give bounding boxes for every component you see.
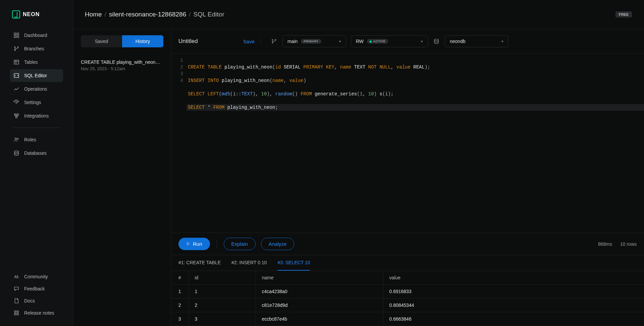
query-title[interactable]: Untitled [178,38,198,45]
tab-saved[interactable]: Saved [81,35,122,47]
cell-index: 2 [171,298,189,312]
result-tabs: #1: CREATE TABLE #2: INSERT 0 10 #3: SEL… [171,255,644,271]
table-header-row: # id name value [171,271,644,285]
dashboard-icon [13,32,19,38]
databases-icon [13,150,19,156]
database-select[interactable]: neondb ▾ [445,35,508,47]
svg-rect-0 [14,33,16,35]
breadcrumb-sep: / [105,11,106,18]
tab-history[interactable]: History [122,35,163,47]
community-icon [13,274,19,280]
query-list-pane: Saved History CREATE TABLE playing_with_… [73,29,171,326]
breadcrumb: Home / silent-resonance-12868286 / SQL E… [85,11,224,18]
chevron-down-icon: ▾ [421,39,423,44]
play-icon [186,241,190,247]
query-time: 868ms [598,241,612,247]
divider [217,240,217,248]
save-button[interactable]: Save [243,39,255,44]
svg-point-17 [15,138,17,140]
table-row[interactable]: 3 3 eccbc87e4b 0.6663846 [171,312,644,326]
table-row[interactable]: 2 2 c81e728d9d 0.80845344 [171,298,644,312]
sidebar: NEON Dashboard Branches Tables SQL Edito… [0,0,73,326]
sidebar-item-operations[interactable]: Operations [10,83,63,95]
sidebar-item-sql-editor[interactable]: SQL Editor [10,69,63,82]
analyze-button[interactable]: Analyze [261,238,294,250]
sidebar-item-roles[interactable]: Roles [10,133,63,146]
sidebar-item-label: SQL Editor [24,73,47,78]
nav-divider [13,128,60,128]
svg-point-5 [14,50,15,51]
compute-select[interactable]: RW ACTIVE ▾ [351,35,428,47]
docs-icon [13,298,19,304]
sidebar-item-label: Operations [24,86,47,92]
svg-point-11 [16,102,17,103]
svg-rect-24 [14,314,16,315]
sidebar-item-release-notes[interactable]: Release notes [10,307,63,319]
sql-editor-icon [13,73,19,79]
col-id: id [189,271,256,285]
code-editor[interactable]: 1234 CREATE TABLE playing_with_neon(id S… [171,54,644,233]
database-icon [433,38,440,45]
breadcrumb-sep: / [189,11,191,18]
compute-label: RW [356,39,364,44]
svg-rect-3 [17,36,19,38]
svg-rect-23 [17,311,19,313]
run-button[interactable]: Run [178,238,210,250]
cell-id: 2 [189,298,256,312]
tables-icon [13,59,19,65]
table-row[interactable]: 1 1 c4ca4238a0 0.6916833 [171,285,644,298]
cell-id: 3 [189,312,256,326]
sidebar-item-settings[interactable]: Settings [10,96,63,109]
svg-point-18 [17,138,18,140]
result-tab-2[interactable]: #2: INSERT 0 10 [231,255,267,271]
col-name: name [256,271,383,285]
editor-header: Untitled Save main PRIMARY ▾ [171,29,644,54]
svg-rect-14 [16,117,17,118]
logo[interactable]: NEON [0,0,73,29]
branch-icon [270,38,278,45]
sidebar-item-feedback[interactable]: Feedback [10,283,63,294]
cell-name: eccbc87e4b [256,312,383,326]
svg-rect-1 [17,33,19,35]
sidebar-item-dashboard[interactable]: Dashboard [10,29,63,42]
svg-point-28 [275,39,276,40]
svg-marker-30 [187,242,190,245]
sidebar-item-docs[interactable]: Docs [10,295,63,307]
sidebar-item-label: Settings [24,100,41,105]
line-gutter: 1234 [171,54,186,233]
breadcrumb-page: SQL Editor [194,11,224,18]
logo-icon [12,10,20,18]
sidebar-item-label: Databases [24,150,47,156]
sidebar-item-label: Dashboard [24,33,47,38]
branch-badge: PRIMARY [301,39,321,44]
sidebar-item-community[interactable]: Community [10,271,63,282]
cell-name: c4ca4238a0 [256,285,383,298]
sidebar-item-integrations[interactable]: Integrations [10,109,63,122]
breadcrumb-home[interactable]: Home [85,11,102,18]
sidebar-item-label: Branches [24,46,44,51]
cell-name: c81e728d9d [256,298,383,312]
branch-select[interactable]: main PRIMARY ▾ [282,35,346,47]
chevron-down-icon: ▾ [339,39,341,44]
svg-rect-13 [17,114,19,115]
release-notes-icon [13,310,19,316]
cell-value: 0.6663846 [383,312,644,326]
sidebar-item-tables[interactable]: Tables [10,56,63,68]
svg-point-20 [15,276,16,277]
cell-value: 0.6916833 [383,285,644,298]
result-table: # id name value 1 1 c4ca4238a0 0 [171,271,644,326]
secondary-nav: Community Feedback Docs Release notes [0,271,73,326]
sidebar-item-databases[interactable]: Databases [10,147,63,159]
result-tab-1[interactable]: #1: CREATE TABLE [178,255,221,271]
cell-id: 1 [189,285,256,298]
operations-icon [13,86,19,92]
result-tab-3[interactable]: #3: SELECT 10 [277,255,310,271]
history-item[interactable]: CREATE TABLE playing_with_neon… Nov 25, … [73,53,171,77]
svg-point-21 [17,276,18,277]
sidebar-item-label: Integrations [24,113,49,119]
svg-rect-12 [14,114,16,115]
sidebar-item-branches[interactable]: Branches [10,42,63,55]
roles-icon [13,137,19,143]
breadcrumb-project[interactable]: silent-resonance-12868286 [109,11,186,18]
explain-button[interactable]: Explain [224,238,256,250]
